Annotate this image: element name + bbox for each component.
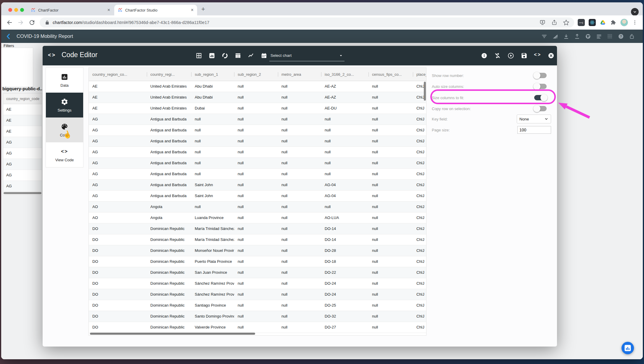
- grid-cell[interactable]: null: [234, 256, 278, 267]
- grid-cell[interactable]: AG-04: [321, 180, 368, 190]
- grid-cell[interactable]: Dominican Republic: [147, 289, 191, 300]
- list-item[interactable]: AG: [3, 159, 42, 170]
- tab-chartfactor-studio[interactable]: ChartFactor Studio ×: [114, 5, 197, 15]
- lock-open-icon[interactable]: [629, 33, 635, 40]
- grid-cell[interactable]: null: [278, 289, 321, 300]
- grid-cell[interactable]: null: [191, 114, 234, 125]
- grid-cell[interactable]: AG: [89, 169, 147, 179]
- grid-cell[interactable]: null: [368, 125, 413, 136]
- grid-cell[interactable]: AO: [89, 212, 147, 223]
- grid-cell[interactable]: Saint John: [191, 180, 234, 190]
- grid-cell[interactable]: null: [278, 180, 321, 190]
- grid-cell[interactable]: null: [368, 234, 413, 245]
- grid-cell[interactable]: ChIJ: [413, 289, 426, 300]
- column-header[interactable]: country_region_code: [3, 94, 42, 104]
- grid-cell[interactable]: DO-32: [321, 311, 368, 322]
- tab-search-button[interactable]: [631, 8, 639, 16]
- grid-cell[interactable]: null: [278, 267, 321, 278]
- help-icon[interactable]: ?: [618, 33, 624, 40]
- save-icon[interactable]: [521, 52, 528, 59]
- grid-cell[interactable]: AO-LUA: [321, 212, 368, 223]
- grid-cell[interactable]: null: [321, 158, 368, 168]
- grid-cell[interactable]: null: [321, 136, 368, 146]
- grid-cell[interactable]: null: [368, 103, 413, 114]
- page-size-input[interactable]: [517, 126, 551, 134]
- size-columns-to-fit-toggle[interactable]: [534, 95, 547, 100]
- list-item[interactable]: AG: [3, 148, 42, 159]
- install-icon[interactable]: [539, 19, 546, 26]
- column-header[interactable]: metro_area: [278, 68, 321, 81]
- sidebar-item-data[interactable]: Data: [46, 68, 83, 93]
- vertical-scrollbar[interactable]: [424, 82, 426, 101]
- grid-cell[interactable]: Angola: [147, 202, 191, 212]
- grid-cell[interactable]: AE-DU: [321, 103, 368, 114]
- list-icon[interactable]: [596, 33, 602, 40]
- grid-cell[interactable]: AE: [89, 81, 147, 92]
- grid-cell[interactable]: null: [234, 147, 278, 157]
- grid-cell[interactable]: ChIJ: [413, 223, 426, 234]
- auto-size-columns-toggle[interactable]: [534, 84, 547, 89]
- window-minimize-button[interactable]: [14, 8, 18, 12]
- new-tab-button[interactable]: +: [201, 6, 205, 12]
- grid-cell[interactable]: DO: [89, 256, 147, 267]
- grid-cell[interactable]: ChIJ: [413, 245, 426, 256]
- grid-cell[interactable]: null: [278, 158, 321, 168]
- google-drive-icon[interactable]: [600, 19, 606, 26]
- grid-cell[interactable]: DO: [89, 300, 147, 311]
- grid-cell[interactable]: AG: [89, 158, 147, 168]
- sidebar-item-settings[interactable]: Settings: [46, 93, 83, 117]
- grid-cell[interactable]: DO: [89, 223, 147, 234]
- grid-cell[interactable]: null: [278, 223, 321, 234]
- table-row[interactable]: AGAntigua and Barbudanullnullnullnullnul…: [89, 147, 426, 158]
- grid-cell[interactable]: null: [278, 278, 321, 289]
- grid-cell[interactable]: DO-18: [321, 256, 368, 267]
- table-row[interactable]: DODominican RepublicSantiago Provincenul…: [89, 300, 426, 311]
- grid-cell[interactable]: null: [234, 191, 278, 201]
- grid-cell[interactable]: null: [321, 169, 368, 179]
- grid-cell[interactable]: null: [234, 92, 278, 103]
- close-tab-icon[interactable]: ×: [107, 8, 110, 12]
- grid-cell[interactable]: null: [278, 136, 321, 146]
- grid-cell[interactable]: null: [278, 245, 321, 256]
- grid-cell[interactable]: DO-22: [321, 267, 368, 278]
- grid-cell[interactable]: AG: [89, 180, 147, 190]
- grid-cell[interactable]: null: [368, 322, 413, 333]
- grid-cell[interactable]: DO-14: [321, 223, 368, 234]
- grid-cell[interactable]: null: [234, 322, 278, 333]
- grid-cell[interactable]: DO: [89, 322, 147, 333]
- grid-cell[interactable]: null: [368, 158, 413, 168]
- forward-icon[interactable]: [17, 19, 24, 26]
- list-item[interactable]: AE: [3, 126, 42, 137]
- horizontal-scrollbar[interactable]: [90, 333, 255, 335]
- padlock-icon[interactable]: [44, 20, 50, 25]
- grid-cell[interactable]: null: [368, 180, 413, 190]
- reload-icon[interactable]: [28, 19, 36, 26]
- grid-cell[interactable]: AE: [89, 92, 147, 103]
- grid-cell[interactable]: ChIJ: [413, 191, 426, 201]
- grid-cell[interactable]: null: [234, 114, 278, 125]
- grid-cell[interactable]: null: [234, 158, 278, 168]
- grid-cell[interactable]: null: [234, 300, 278, 311]
- grid-cell[interactable]: ChIJ: [413, 311, 426, 322]
- grid-cell[interactable]: Luanda Province: [191, 212, 234, 223]
- grid-cell[interactable]: null: [278, 191, 321, 201]
- grid-cell[interactable]: AG: [89, 125, 147, 136]
- window-zoom-button[interactable]: [20, 8, 24, 12]
- grid-cell[interactable]: AG: [89, 114, 147, 125]
- grid-cell[interactable]: null: [278, 300, 321, 311]
- grid-cell[interactable]: ChIJ: [413, 158, 426, 168]
- grid-cell[interactable]: null: [368, 92, 413, 103]
- grid-cell[interactable]: DO-24: [321, 289, 368, 300]
- grid-cell[interactable]: ChIJ: [413, 234, 426, 245]
- back-icon[interactable]: [6, 19, 13, 26]
- grid-cell[interactable]: null: [278, 147, 321, 157]
- extensions-puzzle-icon[interactable]: [610, 19, 616, 26]
- table-row[interactable]: DODominican RepublicSánchez Ramírez Prov…: [89, 289, 426, 300]
- grid-cell[interactable]: ChIJ: [413, 180, 426, 190]
- grid-cell[interactable]: null: [278, 311, 321, 322]
- grid-cell[interactable]: null: [321, 147, 368, 157]
- table-row[interactable]: AGAntigua and Barbudanullnullnullnullnul…: [89, 125, 426, 136]
- grid-cell[interactable]: null: [278, 114, 321, 125]
- list-item[interactable]: AE: [3, 115, 42, 126]
- grid-cell[interactable]: null: [234, 180, 278, 190]
